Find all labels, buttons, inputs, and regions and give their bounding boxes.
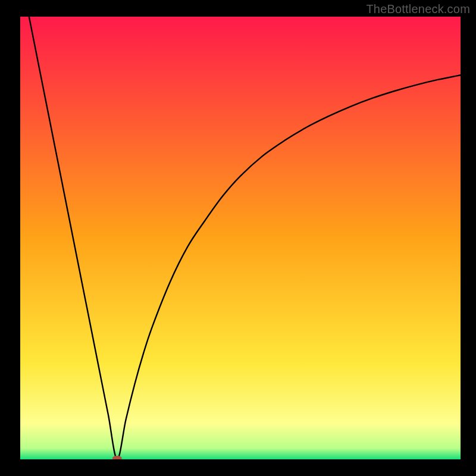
chart-svg [20, 17, 461, 459]
chart-frame [20, 17, 461, 459]
watermark-text: TheBottleneck.com [366, 2, 470, 16]
chart-background [20, 17, 461, 459]
